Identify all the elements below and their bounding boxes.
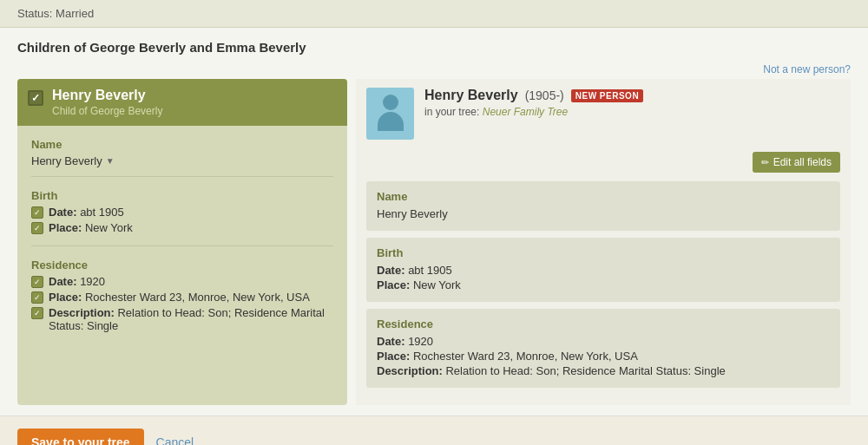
left-name-value-row[interactable]: Henry Beverly ▼ xyxy=(31,154,333,167)
right-panel-body: Name Henry Beverly Birth Date: abt 1905 … xyxy=(356,180,851,405)
status-text: Status: Married xyxy=(17,7,94,20)
new-person-badge: NEW PERSON xyxy=(571,89,643,102)
left-header-info: Henry Beverly Child of George Beverly xyxy=(52,88,162,117)
right-panel-header: Henry Beverly (1905-) NEW PERSON in your… xyxy=(356,79,851,148)
right-birth-label: Birth xyxy=(377,246,830,259)
avatar-silhouette xyxy=(375,95,405,134)
right-residence-label: Residence xyxy=(377,317,830,330)
residence-date-checkbox[interactable] xyxy=(31,276,43,288)
left-birth-place-value: Place: New York xyxy=(49,221,133,234)
left-birth-place-row: Place: New York xyxy=(31,221,333,234)
left-residence-date-value: Date: 1920 xyxy=(49,275,105,288)
left-name-value: Henry Beverly xyxy=(31,154,102,167)
in-your-tree: in your tree: Neuer Family Tree xyxy=(424,106,840,118)
right-residence-section: Residence Date: 1920 Place: Rochester Wa… xyxy=(366,309,840,388)
right-name-section: Name Henry Beverly xyxy=(366,181,840,231)
left-residence-place-row: Place: Rochester Ward 23, Monroe, New Yo… xyxy=(31,291,333,304)
right-birth-section: Birth Date: abt 1905 Place: New York xyxy=(366,238,840,302)
right-header-name-row: Henry Beverly (1905-) NEW PERSON xyxy=(424,88,840,103)
left-panel-header: Henry Beverly Child of George Beverly xyxy=(17,79,347,126)
right-birth-place-row: Place: New York xyxy=(377,278,830,291)
right-name-label: Name xyxy=(377,190,830,203)
children-header: Children of George Beverly and Emma Beve… xyxy=(0,28,868,63)
children-title: Children of George Beverly and Emma Beve… xyxy=(17,40,306,55)
left-birth-section: Birth Date: abt 1905 Place: New York xyxy=(31,189,333,246)
left-header-name: Henry Beverly xyxy=(52,88,162,103)
birth-place-checkbox[interactable] xyxy=(31,222,43,234)
save-button[interactable]: Save to your tree xyxy=(17,429,144,445)
right-name-value: Henry Beverly xyxy=(377,207,830,220)
main-content: Henry Beverly Child of George Beverly Na… xyxy=(0,79,868,405)
left-header-sub: Child of George Beverly xyxy=(52,105,162,117)
left-birth-date-row: Date: abt 1905 xyxy=(31,206,333,219)
left-name-label: Name xyxy=(31,138,333,151)
status-bar: Status: Married xyxy=(0,0,868,28)
right-header-years: (1905-) xyxy=(525,88,564,102)
left-residence-section: Residence Date: 1920 Place: Rochester Wa… xyxy=(31,258,333,344)
not-new-person-link[interactable]: Not a new person? xyxy=(0,63,868,79)
left-birth-label: Birth xyxy=(31,189,333,202)
right-header-info: Henry Beverly (1905-) NEW PERSON in your… xyxy=(424,88,840,118)
right-panel: Henry Beverly (1905-) NEW PERSON in your… xyxy=(356,79,851,405)
avatar xyxy=(366,88,414,140)
residence-place-checkbox[interactable] xyxy=(31,291,43,304)
bottom-bar: Save to your tree Cancel xyxy=(0,416,868,445)
left-name-section: Name Henry Beverly ▼ xyxy=(31,138,333,177)
cancel-button[interactable]: Cancel xyxy=(156,435,194,445)
left-birth-date-value: Date: abt 1905 xyxy=(49,206,124,219)
birth-date-checkbox[interactable] xyxy=(31,206,43,219)
right-birth-date-row: Date: abt 1905 xyxy=(377,264,830,277)
left-residence-date-row: Date: 1920 xyxy=(31,275,333,288)
right-header-name: Henry Beverly xyxy=(424,88,518,103)
name-dropdown-arrow[interactable]: ▼ xyxy=(106,156,115,166)
left-panel-body: Name Henry Beverly ▼ Birth Date: abt 190… xyxy=(17,126,347,356)
edit-all-fields-label: Edit all fields xyxy=(773,156,832,168)
left-panel: Henry Beverly Child of George Beverly Na… xyxy=(17,79,347,405)
edit-all-fields-button[interactable]: ✏ Edit all fields xyxy=(753,152,840,173)
tree-name: Neuer Family Tree xyxy=(483,106,568,118)
right-residence-desc-row: Description: Relation to Head: Son; Resi… xyxy=(377,364,830,377)
select-person-checkbox[interactable] xyxy=(28,90,43,106)
left-residence-label: Residence xyxy=(31,258,333,272)
left-residence-place-value: Place: Rochester Ward 23, Monroe, New Yo… xyxy=(49,291,310,304)
residence-desc-checkbox[interactable] xyxy=(31,307,43,319)
right-residence-place-row: Place: Rochester Ward 23, Monroe, New Yo… xyxy=(377,350,830,363)
right-residence-date-row: Date: 1920 xyxy=(377,335,830,348)
left-residence-desc-value: Description: Relation to Head: Son; Resi… xyxy=(49,306,333,332)
pencil-icon: ✏ xyxy=(761,157,769,168)
left-residence-desc-row: Description: Relation to Head: Son; Resi… xyxy=(31,306,333,332)
